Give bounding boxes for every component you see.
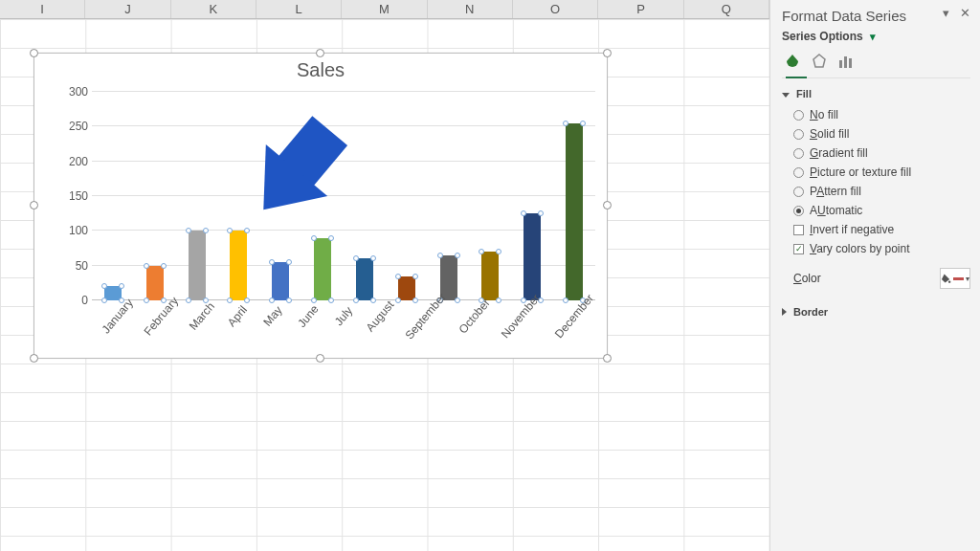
data-point-handle[interactable]: [496, 249, 501, 254]
fill-header[interactable]: Fill: [782, 88, 970, 105]
data-point-handle[interactable]: [437, 253, 443, 258]
resize-handle[interactable]: [603, 201, 612, 209]
resize-handle[interactable]: [603, 354, 612, 363]
pattern-fill-radio[interactable]: PAttern fill: [782, 182, 970, 201]
data-point-handle[interactable]: [370, 298, 376, 303]
data-point-handle[interactable]: [186, 228, 191, 233]
data-point-handle[interactable]: [144, 298, 149, 303]
picture-fill-radio[interactable]: Picture or texture fill: [782, 163, 970, 182]
series-options-label: Series Options: [782, 30, 863, 43]
data-point-handle[interactable]: [227, 228, 233, 233]
data-bar[interactable]: [481, 252, 499, 300]
data-point-handle[interactable]: [580, 121, 586, 126]
data-point-handle[interactable]: [269, 259, 275, 265]
bar-slot: [301, 92, 344, 300]
resize-handle[interactable]: [603, 49, 612, 57]
data-bar[interactable]: [356, 258, 373, 300]
data-point-handle[interactable]: [521, 210, 526, 216]
data-point-handle[interactable]: [412, 298, 418, 303]
data-point-handle[interactable]: [455, 253, 460, 258]
data-bar[interactable]: [523, 213, 541, 300]
data-bar[interactable]: [189, 231, 206, 300]
svg-marker-3: [813, 55, 825, 67]
plot-area[interactable]: [92, 92, 595, 300]
col-header[interactable]: N: [428, 0, 513, 18]
col-header[interactable]: I: [0, 0, 85, 18]
data-point-handle[interactable]: [286, 298, 292, 303]
data-bar[interactable]: [146, 266, 164, 300]
data-point-handle[interactable]: [227, 298, 233, 303]
vary-colors-checkbox[interactable]: ✓ Vary colors by point: [782, 239, 970, 258]
data-bar[interactable]: [314, 238, 331, 300]
resize-handle[interactable]: [316, 354, 324, 363]
fill-line-icon[interactable]: [782, 51, 803, 72]
no-fill-radio[interactable]: No fill: [782, 105, 970, 124]
automatic-radio[interactable]: AUtomatic: [782, 201, 970, 220]
data-point-handle[interactable]: [186, 298, 191, 303]
col-header[interactable]: L: [256, 0, 342, 18]
data-point-handle[interactable]: [479, 249, 484, 254]
series-options-icon[interactable]: [835, 51, 857, 72]
data-point-handle[interactable]: [161, 263, 167, 269]
data-point-handle[interactable]: [244, 228, 250, 233]
close-icon[interactable]: ✕: [957, 6, 972, 21]
data-bar[interactable]: [272, 262, 289, 300]
border-header[interactable]: Border: [782, 306, 970, 323]
collapse-icon: [782, 308, 787, 316]
bar-slot: [428, 92, 470, 300]
data-point-handle[interactable]: [353, 255, 359, 261]
chart-object[interactable]: Sales 0 50 100 150 200 250 300 JanuaryFe…: [33, 53, 608, 359]
data-point-handle[interactable]: [311, 235, 317, 241]
data-point-handle[interactable]: [328, 298, 334, 303]
resize-handle[interactable]: [30, 201, 38, 209]
radio-label: Solid fill: [810, 127, 849, 141]
col-header[interactable]: Q: [684, 0, 769, 18]
effects-icon[interactable]: [809, 51, 830, 72]
data-point-handle[interactable]: [412, 274, 418, 279]
col-header[interactable]: P: [598, 0, 683, 18]
resize-handle[interactable]: [316, 49, 324, 57]
data-bar[interactable]: [398, 276, 415, 300]
column-headers: I J K L M N O P Q: [0, 0, 769, 19]
resize-handle[interactable]: [30, 49, 38, 57]
data-point-handle[interactable]: [328, 235, 334, 241]
pane-menu-icon[interactable]: ▾: [938, 6, 953, 21]
data-point-handle[interactable]: [119, 283, 124, 289]
col-header[interactable]: K: [171, 0, 256, 18]
data-point-handle[interactable]: [101, 298, 107, 303]
bar-slot: [386, 92, 428, 300]
svg-rect-4: [839, 60, 842, 68]
chevron-down-icon: ▾: [966, 275, 969, 283]
data-bar[interactable]: [104, 286, 122, 300]
col-header[interactable]: O: [513, 0, 598, 18]
x-axis: JanuaryFebruaryMarchAprilMayJuneJulyAugu…: [92, 304, 595, 352]
invert-negative-checkbox[interactable]: Invert if negative: [782, 220, 970, 239]
data-point-handle[interactable]: [370, 255, 376, 261]
bar-series[interactable]: [92, 92, 595, 300]
border-label: Border: [793, 306, 828, 318]
data-point-handle[interactable]: [101, 283, 107, 289]
data-point-handle[interactable]: [203, 228, 209, 233]
solid-fill-radio[interactable]: Solid fill: [782, 124, 970, 143]
data-bar[interactable]: [566, 123, 583, 300]
color-picker-button[interactable]: ▾: [940, 268, 970, 289]
svg-rect-6: [849, 58, 852, 68]
data-point-handle[interactable]: [395, 274, 401, 279]
series-options-dropdown[interactable]: Series Options ▾: [782, 30, 970, 47]
bar-slot: [134, 92, 176, 300]
data-point-handle[interactable]: [563, 121, 568, 126]
data-point-handle[interactable]: [144, 263, 149, 269]
data-point-handle[interactable]: [395, 298, 401, 303]
gradient-fill-radio[interactable]: Gradient fill: [782, 143, 970, 163]
data-point-handle[interactable]: [563, 298, 568, 303]
resize-handle[interactable]: [30, 354, 38, 363]
data-point-handle[interactable]: [455, 298, 460, 303]
data-point-handle[interactable]: [538, 210, 544, 216]
data-point-handle[interactable]: [286, 259, 292, 265]
data-point-handle[interactable]: [496, 298, 501, 303]
color-row: Color ▾: [782, 258, 970, 297]
col-header[interactable]: J: [85, 0, 170, 18]
col-header[interactable]: M: [342, 0, 427, 18]
data-bar[interactable]: [230, 231, 247, 300]
chart-title[interactable]: Sales: [34, 54, 607, 81]
